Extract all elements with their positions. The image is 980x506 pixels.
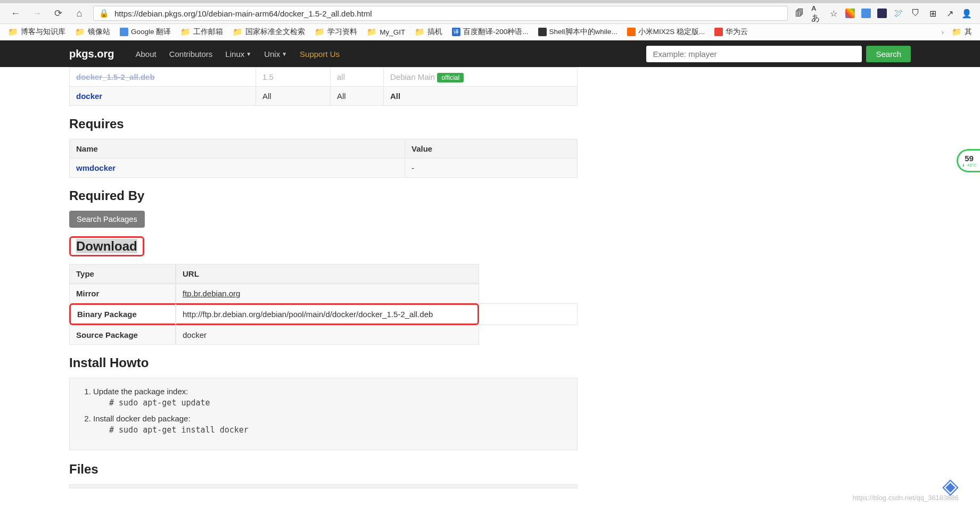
favorites-icon[interactable]: ⛉ (910, 8, 921, 19)
translate-icon[interactable]: ᴀあ (811, 8, 822, 19)
folder-icon: 📁 (415, 27, 425, 37)
main-content: docker_1.5-2_all.deb 1.5 all Debian Main… (69, 67, 578, 488)
bookmark-item[interactable]: Shell脚本中的while... (538, 27, 617, 37)
download-url[interactable]: docker (176, 325, 479, 345)
watermark-cube-icon: ◈ (942, 474, 959, 488)
url-text: https://debian.pkgs.org/10/debian-main-a… (114, 9, 372, 18)
cell-arch: all (331, 68, 384, 87)
require-value: - (405, 159, 578, 178)
nav-support-us[interactable]: Support Us (300, 49, 340, 59)
refresh-button[interactable]: ⟳ (51, 6, 65, 21)
table-row: Source Package docker (69, 325, 578, 345)
forward-button[interactable]: → (29, 6, 44, 21)
bookmark-item[interactable]: 📁搞机 (415, 27, 442, 37)
bookmark-label: Shell脚本中的while... (549, 27, 617, 37)
bookmark-item[interactable]: 📁博客与知识库 (8, 27, 65, 37)
bookmark-label: 工作邮箱 (193, 27, 223, 37)
bookmark-label: 国家标准全文检索 (245, 27, 305, 37)
chevron-down-icon: ▼ (282, 51, 287, 57)
ext-purple-icon[interactable] (877, 9, 887, 18)
reader-icon[interactable]: 🗐 (794, 8, 805, 19)
install-box: Update the package index: # sudo apt-get… (69, 378, 578, 450)
bookmark-label: 百度翻译-200种语... (463, 27, 528, 37)
bookmark-item[interactable]: 📁My_GIT (367, 27, 405, 37)
cell-version: 1.5 (256, 68, 331, 87)
download-url: ftp.br.debian.org (176, 284, 479, 303)
browser-toolbar: ← → ⟳ ⌂ 🔒 https://debian.pkgs.org/10/deb… (0, 3, 980, 24)
package-link[interactable]: docker_1.5-2_all.deb (76, 72, 155, 81)
site-nav: About Contributors Linux▼ Unix▼ Support … (135, 49, 340, 59)
toolbar-right: 🗐 ᴀあ ☆ 🕊 ⛉ ⊞ ↗ 👤 (794, 8, 972, 19)
official-badge: official (437, 73, 464, 82)
share-icon[interactable]: ↗ (944, 8, 955, 19)
address-bar[interactable]: 🔒 https://debian.pkgs.org/10/debian-main… (93, 6, 788, 21)
download-url[interactable]: http://ftp.br.debian.org/debian/pool/mai… (176, 303, 479, 325)
cell-repo: Debian Main official (384, 68, 578, 87)
lock-icon: 🔒 (99, 9, 109, 18)
baidu-icon: 译 (452, 28, 460, 36)
bookmark-label: 小米MIX2S 稳定版... (638, 27, 705, 37)
nav-unix[interactable]: Unix▼ (264, 49, 287, 59)
ext-bird-icon[interactable]: 🕊 (893, 8, 904, 19)
table-row: docker All All All (70, 87, 578, 106)
bookmark-item[interactable]: 📁学习资料 (315, 27, 357, 37)
bookmark-label: 搞机 (427, 27, 442, 37)
search-button[interactable]: Search (866, 46, 911, 62)
bookmark-item[interactable]: 小米MIX2S 稳定版... (627, 27, 705, 37)
star-icon[interactable]: ☆ (828, 8, 839, 19)
bookmark-item[interactable]: 📁镜像站 (75, 27, 110, 37)
search-packages-button[interactable]: Search Packages (69, 211, 145, 228)
section-install: Install Howto (69, 355, 578, 370)
download-table: Type URL Mirror ftp.br.debian.org Binary… (69, 264, 578, 345)
nav-linux[interactable]: Linux▼ (225, 49, 251, 59)
bookmark-overflow[interactable]: › (942, 28, 944, 36)
site-search: Search (646, 46, 911, 62)
download-type: Binary Package (69, 303, 176, 325)
nav-about[interactable]: About (135, 49, 156, 59)
th-url: URL (176, 264, 479, 284)
require-link[interactable]: wmdocker (76, 163, 116, 172)
install-step: Install docker deb package: # sudo apt-g… (93, 414, 566, 435)
folder-icon: 📁 (180, 27, 191, 37)
table-row-highlighted: Binary Package http://ftp.br.debian.org/… (69, 303, 578, 325)
huawei-icon (714, 28, 723, 36)
table-row: wmdocker - (70, 159, 578, 178)
bookmark-label: 华为云 (726, 27, 748, 37)
section-files: Files (69, 462, 578, 477)
bookmark-item[interactable]: 📁其 (952, 27, 972, 37)
bookmark-label: 镜像站 (88, 27, 110, 37)
bookmark-item[interactable]: Google 翻译 (120, 27, 171, 37)
folder-icon: 📁 (8, 27, 18, 37)
home-button[interactable]: ⌂ (72, 6, 87, 21)
folder-icon: 📁 (315, 27, 325, 37)
site-navbar: pkgs.org About Contributors Linux▼ Unix▼… (0, 40, 980, 67)
bookmark-item[interactable]: 📁工作邮箱 (180, 27, 223, 37)
package-link[interactable]: docker (76, 92, 102, 101)
nav-contributors[interactable]: Contributors (169, 49, 213, 59)
widget-main: 59 (965, 154, 974, 163)
chevron-down-icon: ▼ (246, 51, 251, 57)
xiaomi-icon (627, 28, 636, 36)
profile-icon[interactable]: 👤 (961, 8, 972, 19)
widget-sub: 🌡 43°C (961, 163, 976, 168)
cell-repo: All (384, 87, 578, 106)
collections-icon[interactable]: ⊞ (927, 8, 938, 19)
bookmark-label: Google 翻译 (131, 27, 171, 37)
section-required-by: Required By (69, 188, 578, 203)
bookmark-label: My_GIT (380, 28, 405, 36)
float-widget[interactable]: 59 🌡 43°C (957, 149, 980, 172)
site-logo[interactable]: pkgs.org (69, 48, 114, 60)
ext-translate-icon[interactable] (861, 9, 871, 18)
ext-google-icon[interactable] (845, 9, 855, 18)
code-line: # sudo apt-get update (93, 398, 566, 408)
bookmark-item[interactable]: 📁国家标准全文检索 (233, 27, 305, 37)
download-type: Source Package (69, 325, 176, 345)
shell-icon (538, 28, 547, 36)
download-type: Mirror (69, 284, 176, 303)
bookmark-item[interactable]: 华为云 (714, 27, 748, 37)
folder-icon: 📁 (233, 27, 243, 37)
back-button[interactable]: ← (8, 6, 23, 21)
search-input[interactable] (646, 46, 862, 62)
top-table: docker_1.5-2_all.deb 1.5 all Debian Main… (69, 67, 578, 106)
bookmark-item[interactable]: 译百度翻译-200种语... (452, 27, 528, 37)
